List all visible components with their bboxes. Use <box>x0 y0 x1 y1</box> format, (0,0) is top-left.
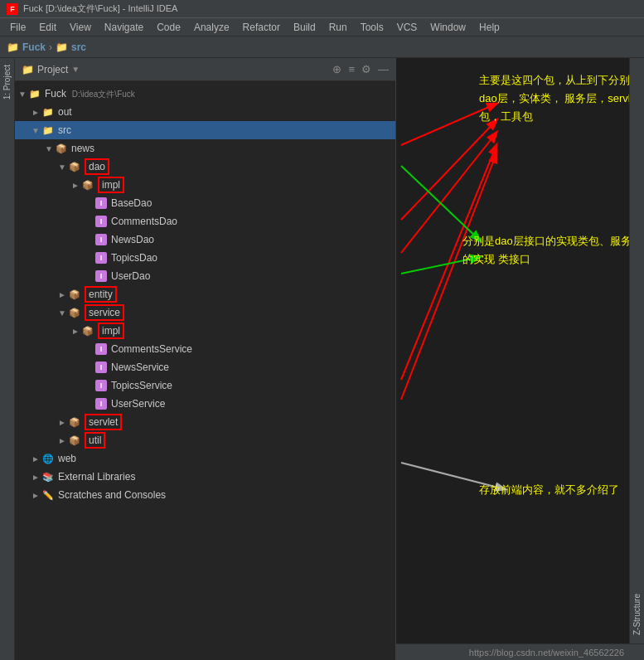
interface-icon-basedao: I <box>94 197 108 210</box>
expand-icon[interactable]: ≡ <box>348 63 355 75</box>
label-topicsdao: TopicsDao <box>111 252 157 264</box>
tree-item-topicsservice[interactable]: I TopicsService <box>15 376 395 395</box>
folder-icon-src: 📁 <box>41 124 55 137</box>
tree-item-topicsdao[interactable]: I TopicsDao <box>15 249 395 267</box>
label-service: service <box>85 307 124 318</box>
tree-item-web[interactable]: ► 🌐 web <box>15 449 395 468</box>
tree-item-userdao[interactable]: I UserDao <box>15 267 395 285</box>
pkg-icon-impl-service: 📦 <box>81 324 94 337</box>
arrow-newsdao <box>85 235 94 245</box>
tree-item-commentsdao[interactable]: I CommentsDao <box>15 212 395 231</box>
pkg-icon-servlet: 📦 <box>68 415 81 429</box>
menu-run[interactable]: Run <box>322 20 354 35</box>
tree-item-news[interactable]: ▼ 📦 news <box>15 139 395 158</box>
label-fuck: Fuck D:\idea文件\Fuck <box>45 88 135 100</box>
breadcrumb-fuck[interactable]: Fuck <box>22 41 46 53</box>
annotation-text-2: 分别是dao层接口的实现类包、服务层的实现 类接口 <box>462 232 644 269</box>
interface-icon-topicsdao: I <box>94 251 108 264</box>
arrow-impl-service: ► <box>71 327 81 336</box>
menu-file[interactable]: File <box>3 20 32 35</box>
interface-icon-newsservice: I <box>94 361 108 374</box>
menu-edit[interactable]: Edit <box>32 20 63 35</box>
tree-item-entity[interactable]: ► 📦 entity <box>15 285 395 303</box>
svg-line-1 <box>401 120 496 220</box>
tree-item-dao[interactable]: ▼ 📦 dao <box>15 158 395 176</box>
panel-title-text: Project <box>37 64 68 75</box>
menu-navigate[interactable]: Navigate <box>98 20 150 35</box>
label-newsservice: NewsService <box>111 362 169 373</box>
arrow-userdao <box>85 272 94 281</box>
window-title: Fuck [D:\idea文件\Fuck] - IntelliJ IDEA <box>23 2 177 15</box>
label-commentsservice: CommentsService <box>111 343 192 355</box>
project-panel: 📁 Project ▼ ⊕ ≡ ⚙ — ▼ 📁 Fuck D:\idea文件\F… <box>15 58 396 660</box>
breadcrumb-src[interactable]: src <box>71 41 86 53</box>
label-dao: dao <box>85 161 109 172</box>
tree-item-src[interactable]: ▼ 📁 src <box>15 121 395 139</box>
interface-icon-userdao: I <box>94 269 108 283</box>
label-news: news <box>71 143 94 154</box>
arrow-commentsservice <box>85 345 94 354</box>
arrow-topicsdao <box>85 254 94 263</box>
tree-item-basedao[interactable]: I BaseDao <box>15 194 395 212</box>
project-tree: ▼ 📁 Fuck D:\idea文件\Fuck ► 📁 out ▼ 📁 src … <box>15 81 395 660</box>
panel-title: 📁 Project ▼ <box>22 64 80 75</box>
menu-view[interactable]: View <box>63 20 98 35</box>
z-structure-label[interactable]: Z-Structure <box>632 594 642 635</box>
annotation-text-3: 存放前端内容，就不多介绍了 <box>479 481 619 499</box>
arrow-commentsdao <box>85 217 94 226</box>
tree-item-service[interactable]: ▼ 📦 service <box>15 303 395 322</box>
label-basedao: BaseDao <box>111 197 152 209</box>
arrow-basedao <box>85 199 94 208</box>
menu-refactor[interactable]: Refactor <box>236 20 287 35</box>
tree-item-fuck[interactable]: ▼ 📁 Fuck D:\idea文件\Fuck <box>15 85 395 103</box>
arrow-news: ▼ <box>45 144 55 153</box>
label-src: src <box>58 124 71 136</box>
menu-tools[interactable]: Tools <box>354 20 390 35</box>
label-entity: entity <box>85 289 117 300</box>
menu-window[interactable]: Window <box>424 20 472 35</box>
label-userdao: UserDao <box>111 270 150 282</box>
tree-item-external-libs[interactable]: ► 📚 External Libraries <box>15 468 395 486</box>
label-impl-service: impl <box>98 325 124 337</box>
tree-item-commentsservice[interactable]: I CommentsService <box>15 340 395 358</box>
menu-vcs[interactable]: VCS <box>390 20 424 35</box>
sidebar-project-label[interactable]: 1: Project <box>2 65 12 99</box>
label-topicsservice: TopicsService <box>111 380 172 391</box>
label-util: util <box>85 434 105 446</box>
settings-icon[interactable]: ⚙ <box>361 63 371 75</box>
interface-icon-commentsdao: I <box>94 215 108 228</box>
label-web: web <box>58 453 76 464</box>
arrow-topicsservice <box>85 381 94 391</box>
locate-icon[interactable]: ⊕ <box>332 63 341 75</box>
arrow-userservice <box>85 400 94 409</box>
tree-item-impl-dao[interactable]: ► 📦 impl <box>15 176 395 194</box>
tree-item-userservice[interactable]: I UserService <box>15 395 395 413</box>
arrow-entity: ► <box>58 290 68 299</box>
label-out: out <box>58 106 72 118</box>
label-impl-dao: impl <box>98 179 124 191</box>
annotation-panel: 主要是这四个包，从上到下分别是dao层，实体类， 服务层，servlet包，工具… <box>396 58 644 660</box>
menu-analyze[interactable]: Analyze <box>187 20 236 35</box>
tree-item-out[interactable]: ► 📁 out <box>15 103 395 121</box>
menu-code[interactable]: Code <box>150 20 187 35</box>
arrow-src: ▼ <box>31 126 41 135</box>
tree-item-servlet[interactable]: ► 📦 servlet <box>15 413 395 431</box>
tree-item-util[interactable]: ► 📦 util <box>15 431 395 449</box>
tree-item-scratches[interactable]: ► ✏️ Scratches and Consoles <box>15 486 395 504</box>
arrow-util: ► <box>58 436 68 445</box>
bottom-bar: https://blog.csdn.net/weixin_46562226 <box>396 643 644 660</box>
tree-item-newsdao[interactable]: I NewsDao <box>15 231 395 249</box>
arrow-external-libs: ► <box>31 473 41 482</box>
menu-build[interactable]: Build <box>287 20 322 35</box>
minimize-icon[interactable]: — <box>378 63 389 75</box>
svg-line-4 <box>401 153 496 400</box>
z-structure-sidebar: Z-Structure <box>629 58 644 660</box>
arrow-service: ▼ <box>58 308 68 318</box>
tree-item-newsservice[interactable]: I NewsService <box>15 358 395 376</box>
label-scratches: Scratches and Consoles <box>58 489 166 501</box>
interface-icon-commentsservice: I <box>94 342 108 356</box>
tree-item-impl-service[interactable]: ► 📦 impl <box>15 322 395 340</box>
label-servlet: servlet <box>85 416 122 428</box>
label-userservice: UserService <box>111 398 165 410</box>
menu-help[interactable]: Help <box>472 20 506 35</box>
